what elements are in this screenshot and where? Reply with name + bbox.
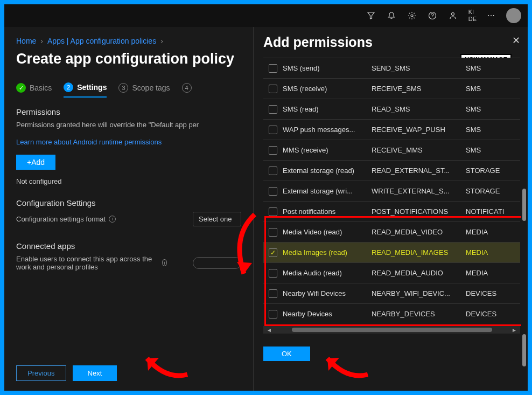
step-basics[interactable]: ✓ Basics (16, 83, 52, 97)
not-configured-text: Not configured (16, 177, 241, 185)
config-format-label: Configuration settings format i (16, 215, 116, 223)
checkbox[interactable] (269, 310, 277, 318)
permission-row[interactable]: External storage (wri...WRITE_EXTERNAL_S… (263, 181, 520, 201)
permission-group: SMS (466, 105, 520, 113)
permission-constant: READ_MEDIA_VIDEO (372, 228, 466, 236)
next-button[interactable]: Next (73, 365, 117, 381)
permission-group: MEDIA (466, 248, 520, 257)
svg-point-2 (451, 13, 454, 16)
permission-group: DEVICES (466, 289, 520, 297)
notification-icon[interactable] (387, 11, 396, 20)
checkbox[interactable] (269, 248, 277, 257)
permission-row[interactable]: Post notificationsPOST_NOTIFICATIONSNOTI… (263, 201, 520, 221)
step-four[interactable]: 4 (182, 83, 192, 97)
checkbox[interactable] (269, 167, 277, 175)
permission-name: Media Images (read) (283, 248, 372, 257)
permission-name: Media Audio (read) (283, 269, 372, 277)
permission-group: SMS (466, 126, 520, 134)
learn-more-link[interactable]: Learn more about Android runtime permiss… (16, 138, 162, 146)
vertical-scrollbar[interactable] (521, 81, 527, 372)
checkbox[interactable] (269, 146, 277, 155)
avatar[interactable] (506, 8, 521, 23)
permission-constant: READ_MEDIA_IMAGES (372, 248, 466, 257)
left-panel: Home › Apps | App configuration policies… (4, 27, 253, 391)
permission-constant: RECEIVE_MMS (372, 146, 466, 154)
checkbox[interactable] (269, 228, 277, 237)
connected-toggle[interactable] (193, 257, 241, 269)
filter-icon[interactable] (366, 11, 376, 20)
top-toolbar: KI DE ⋯ (4, 4, 528, 27)
permission-group: STORAGE (466, 187, 520, 195)
checkbox[interactable] (269, 64, 277, 73)
permission-row[interactable]: SMS (receive)RECEIVE_SMSSMS (263, 78, 520, 99)
previous-button[interactable]: Previous (16, 365, 66, 381)
permission-group: STORAGE (466, 167, 520, 175)
step-number-icon: 4 (182, 83, 192, 93)
permission-name: External storage (read) (283, 167, 372, 175)
close-icon[interactable]: ✕ (512, 34, 520, 46)
step-number-icon: 3 (118, 83, 128, 93)
breadcrumb: Home › Apps | App configuration policies… (16, 37, 241, 45)
permission-row[interactable]: Media Audio (read)READ_MEDIA_AUDIOMEDIA (263, 262, 520, 283)
step-label: Settings (77, 83, 107, 92)
checkbox[interactable] (269, 187, 277, 196)
step-label: Scope tags (132, 84, 170, 92)
scroll-left-icon[interactable]: ◄ (267, 327, 272, 333)
permission-row[interactable]: SMS (send)SEND_SMSSMS (263, 58, 520, 78)
permission-group: NOTIFICATI (466, 207, 520, 216)
checkbox[interactable] (269, 289, 277, 298)
settings-icon[interactable] (407, 11, 417, 20)
scroll-right-icon[interactable]: ► (512, 327, 517, 333)
permission-group: SMS (466, 64, 520, 72)
chevron-right-icon: › (160, 37, 163, 45)
checkbox[interactable] (269, 269, 277, 278)
horizontal-scrollbar[interactable]: ◄ ► (263, 326, 520, 334)
add-button[interactable]: +Add (16, 155, 55, 170)
permission-name: Nearby Devices (283, 310, 372, 318)
permission-constant: READ_MEDIA_AUDIO (372, 269, 466, 277)
permission-row[interactable]: Nearby Wifi DevicesNEARBY_WIFI_DEVIC...D… (263, 283, 520, 303)
permission-row[interactable]: WAP push messages...RECEIVE_WAP_PUSHSMS (263, 119, 520, 140)
chevron-right-icon: › (40, 37, 43, 45)
permission-constant: NEARBY_DEVICES (372, 310, 466, 318)
permissions-desc: Permissions granted here will override t… (16, 120, 241, 130)
permission-row[interactable]: Media Images (read)READ_MEDIA_IMAGESMEDI… (263, 242, 520, 262)
checkbox[interactable] (269, 105, 277, 114)
checkbox[interactable] (269, 126, 277, 134)
permission-row[interactable]: Media Video (read)READ_MEDIA_VIDEOMEDIA (263, 221, 520, 242)
permission-name: MMS (receive) (283, 146, 372, 154)
checkbox[interactable] (269, 207, 277, 216)
permission-group: DEVICES (466, 310, 520, 318)
config-format-select[interactable]: Select one (193, 212, 241, 226)
checkbox[interactable] (269, 85, 277, 93)
breadcrumb-home[interactable]: Home (16, 37, 36, 45)
permission-name: Nearby Wifi Devices (283, 289, 372, 297)
panel-title: Add permissions (263, 34, 373, 50)
permission-name: Post notifications (283, 207, 372, 216)
step-scope-tags[interactable]: 3 Scope tags (118, 83, 170, 97)
permission-name: External storage (wri... (283, 187, 372, 195)
info-icon[interactable]: i (109, 216, 116, 223)
step-settings[interactable]: 2 Settings (64, 82, 107, 98)
scrollbar-thumb[interactable] (522, 334, 526, 366)
more-icon[interactable]: ⋯ (487, 11, 495, 20)
config-heading: Configuration Settings (16, 198, 241, 207)
connected-heading: Connected apps (16, 241, 241, 251)
permissions-heading: Permissions (16, 107, 241, 116)
scrollbar-thumb[interactable] (292, 328, 492, 332)
step-label: Basics (30, 84, 52, 92)
permission-constant: RECEIVE_WAP_PUSH (372, 126, 466, 134)
feedback-icon[interactable] (448, 11, 458, 20)
permission-group: MEDIA (466, 228, 520, 236)
breadcrumb-apps[interactable]: Apps | App configuration policies (47, 37, 156, 45)
permission-row[interactable]: External storage (read)READ_EXTERNAL_ST.… (263, 160, 520, 181)
scrollbar-thumb[interactable] (522, 189, 526, 221)
ok-button[interactable]: OK (263, 347, 310, 361)
permissions-table: SMS (send)SEND_SMSSMSSMS (receive)RECEIV… (263, 58, 520, 334)
help-icon[interactable] (428, 11, 437, 20)
permission-row[interactable]: SMS (read)READ_SMSSMS (263, 99, 520, 119)
permission-name: SMS (read) (283, 105, 372, 113)
permission-row[interactable]: MMS (receive)RECEIVE_MMSSMS (263, 140, 520, 160)
info-icon[interactable]: i (162, 259, 167, 266)
permission-row[interactable]: Nearby DevicesNEARBY_DEVICESDEVICES (263, 303, 520, 324)
